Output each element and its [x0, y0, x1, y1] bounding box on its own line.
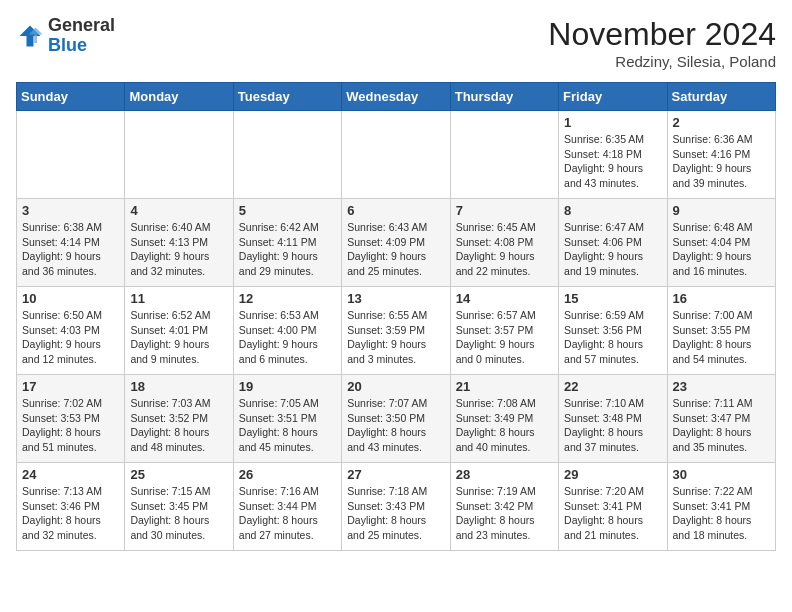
calendar-cell: 19Sunrise: 7:05 AM Sunset: 3:51 PM Dayli…	[233, 375, 341, 463]
location: Redziny, Silesia, Poland	[548, 53, 776, 70]
day-info: Sunrise: 7:10 AM Sunset: 3:48 PM Dayligh…	[564, 396, 661, 455]
calendar-cell	[342, 111, 450, 199]
day-info: Sunrise: 7:11 AM Sunset: 3:47 PM Dayligh…	[673, 396, 770, 455]
day-number: 18	[130, 379, 227, 394]
day-info: Sunrise: 6:50 AM Sunset: 4:03 PM Dayligh…	[22, 308, 119, 367]
day-number: 14	[456, 291, 553, 306]
month-title: November 2024	[548, 16, 776, 53]
calendar-cell: 25Sunrise: 7:15 AM Sunset: 3:45 PM Dayli…	[125, 463, 233, 551]
logo-general-text: General	[48, 15, 115, 35]
day-number: 26	[239, 467, 336, 482]
day-info: Sunrise: 7:18 AM Sunset: 3:43 PM Dayligh…	[347, 484, 444, 543]
day-info: Sunrise: 6:55 AM Sunset: 3:59 PM Dayligh…	[347, 308, 444, 367]
day-number: 21	[456, 379, 553, 394]
day-of-week-header: Saturday	[667, 83, 775, 111]
calendar-cell: 14Sunrise: 6:57 AM Sunset: 3:57 PM Dayli…	[450, 287, 558, 375]
day-info: Sunrise: 7:15 AM Sunset: 3:45 PM Dayligh…	[130, 484, 227, 543]
day-info: Sunrise: 6:48 AM Sunset: 4:04 PM Dayligh…	[673, 220, 770, 279]
day-number: 30	[673, 467, 770, 482]
calendar-cell: 8Sunrise: 6:47 AM Sunset: 4:06 PM Daylig…	[559, 199, 667, 287]
calendar-cell	[233, 111, 341, 199]
day-info: Sunrise: 6:35 AM Sunset: 4:18 PM Dayligh…	[564, 132, 661, 191]
calendar-cell: 29Sunrise: 7:20 AM Sunset: 3:41 PM Dayli…	[559, 463, 667, 551]
day-number: 13	[347, 291, 444, 306]
calendar-cell: 6Sunrise: 6:43 AM Sunset: 4:09 PM Daylig…	[342, 199, 450, 287]
day-number: 25	[130, 467, 227, 482]
calendar-body: 1Sunrise: 6:35 AM Sunset: 4:18 PM Daylig…	[17, 111, 776, 551]
day-info: Sunrise: 7:00 AM Sunset: 3:55 PM Dayligh…	[673, 308, 770, 367]
day-info: Sunrise: 6:42 AM Sunset: 4:11 PM Dayligh…	[239, 220, 336, 279]
calendar-cell: 21Sunrise: 7:08 AM Sunset: 3:49 PM Dayli…	[450, 375, 558, 463]
calendar-cell	[125, 111, 233, 199]
day-number: 22	[564, 379, 661, 394]
day-number: 20	[347, 379, 444, 394]
day-number: 19	[239, 379, 336, 394]
calendar-cell: 13Sunrise: 6:55 AM Sunset: 3:59 PM Dayli…	[342, 287, 450, 375]
day-info: Sunrise: 7:07 AM Sunset: 3:50 PM Dayligh…	[347, 396, 444, 455]
day-of-week-header: Monday	[125, 83, 233, 111]
day-info: Sunrise: 7:03 AM Sunset: 3:52 PM Dayligh…	[130, 396, 227, 455]
days-of-week-row: SundayMondayTuesdayWednesdayThursdayFrid…	[17, 83, 776, 111]
calendar-week-row: 1Sunrise: 6:35 AM Sunset: 4:18 PM Daylig…	[17, 111, 776, 199]
calendar-week-row: 3Sunrise: 6:38 AM Sunset: 4:14 PM Daylig…	[17, 199, 776, 287]
calendar-cell: 24Sunrise: 7:13 AM Sunset: 3:46 PM Dayli…	[17, 463, 125, 551]
day-number: 1	[564, 115, 661, 130]
day-info: Sunrise: 7:19 AM Sunset: 3:42 PM Dayligh…	[456, 484, 553, 543]
day-info: Sunrise: 6:52 AM Sunset: 4:01 PM Dayligh…	[130, 308, 227, 367]
calendar-cell: 12Sunrise: 6:53 AM Sunset: 4:00 PM Dayli…	[233, 287, 341, 375]
calendar-cell: 17Sunrise: 7:02 AM Sunset: 3:53 PM Dayli…	[17, 375, 125, 463]
day-number: 6	[347, 203, 444, 218]
calendar-cell: 1Sunrise: 6:35 AM Sunset: 4:18 PM Daylig…	[559, 111, 667, 199]
calendar-cell	[450, 111, 558, 199]
calendar-header: SundayMondayTuesdayWednesdayThursdayFrid…	[17, 83, 776, 111]
logo-icon	[16, 22, 44, 50]
calendar-cell: 2Sunrise: 6:36 AM Sunset: 4:16 PM Daylig…	[667, 111, 775, 199]
day-number: 16	[673, 291, 770, 306]
day-of-week-header: Wednesday	[342, 83, 450, 111]
day-info: Sunrise: 6:40 AM Sunset: 4:13 PM Dayligh…	[130, 220, 227, 279]
day-number: 11	[130, 291, 227, 306]
day-number: 28	[456, 467, 553, 482]
calendar-week-row: 10Sunrise: 6:50 AM Sunset: 4:03 PM Dayli…	[17, 287, 776, 375]
calendar-week-row: 17Sunrise: 7:02 AM Sunset: 3:53 PM Dayli…	[17, 375, 776, 463]
calendar-cell: 26Sunrise: 7:16 AM Sunset: 3:44 PM Dayli…	[233, 463, 341, 551]
day-number: 12	[239, 291, 336, 306]
calendar-table: SundayMondayTuesdayWednesdayThursdayFrid…	[16, 82, 776, 551]
day-number: 7	[456, 203, 553, 218]
day-info: Sunrise: 6:45 AM Sunset: 4:08 PM Dayligh…	[456, 220, 553, 279]
calendar-cell: 18Sunrise: 7:03 AM Sunset: 3:52 PM Dayli…	[125, 375, 233, 463]
day-number: 23	[673, 379, 770, 394]
logo: General Blue	[16, 16, 115, 56]
calendar-cell: 30Sunrise: 7:22 AM Sunset: 3:41 PM Dayli…	[667, 463, 775, 551]
day-info: Sunrise: 6:43 AM Sunset: 4:09 PM Dayligh…	[347, 220, 444, 279]
calendar-cell: 23Sunrise: 7:11 AM Sunset: 3:47 PM Dayli…	[667, 375, 775, 463]
day-info: Sunrise: 7:13 AM Sunset: 3:46 PM Dayligh…	[22, 484, 119, 543]
calendar-cell: 15Sunrise: 6:59 AM Sunset: 3:56 PM Dayli…	[559, 287, 667, 375]
day-number: 3	[22, 203, 119, 218]
day-of-week-header: Tuesday	[233, 83, 341, 111]
day-number: 27	[347, 467, 444, 482]
day-of-week-header: Thursday	[450, 83, 558, 111]
day-number: 10	[22, 291, 119, 306]
day-info: Sunrise: 6:38 AM Sunset: 4:14 PM Dayligh…	[22, 220, 119, 279]
day-number: 9	[673, 203, 770, 218]
day-info: Sunrise: 7:05 AM Sunset: 3:51 PM Dayligh…	[239, 396, 336, 455]
day-info: Sunrise: 6:36 AM Sunset: 4:16 PM Dayligh…	[673, 132, 770, 191]
calendar-cell: 16Sunrise: 7:00 AM Sunset: 3:55 PM Dayli…	[667, 287, 775, 375]
calendar-week-row: 24Sunrise: 7:13 AM Sunset: 3:46 PM Dayli…	[17, 463, 776, 551]
day-info: Sunrise: 6:59 AM Sunset: 3:56 PM Dayligh…	[564, 308, 661, 367]
logo-blue-text: Blue	[48, 35, 87, 55]
day-number: 24	[22, 467, 119, 482]
page-header: General Blue November 2024 Redziny, Sile…	[16, 16, 776, 70]
day-info: Sunrise: 7:20 AM Sunset: 3:41 PM Dayligh…	[564, 484, 661, 543]
svg-marker-0	[20, 25, 41, 46]
day-info: Sunrise: 7:02 AM Sunset: 3:53 PM Dayligh…	[22, 396, 119, 455]
day-number: 8	[564, 203, 661, 218]
day-number: 15	[564, 291, 661, 306]
day-number: 4	[130, 203, 227, 218]
calendar-cell: 22Sunrise: 7:10 AM Sunset: 3:48 PM Dayli…	[559, 375, 667, 463]
calendar-cell	[17, 111, 125, 199]
calendar-cell: 4Sunrise: 6:40 AM Sunset: 4:13 PM Daylig…	[125, 199, 233, 287]
title-block: November 2024 Redziny, Silesia, Poland	[548, 16, 776, 70]
day-info: Sunrise: 7:08 AM Sunset: 3:49 PM Dayligh…	[456, 396, 553, 455]
